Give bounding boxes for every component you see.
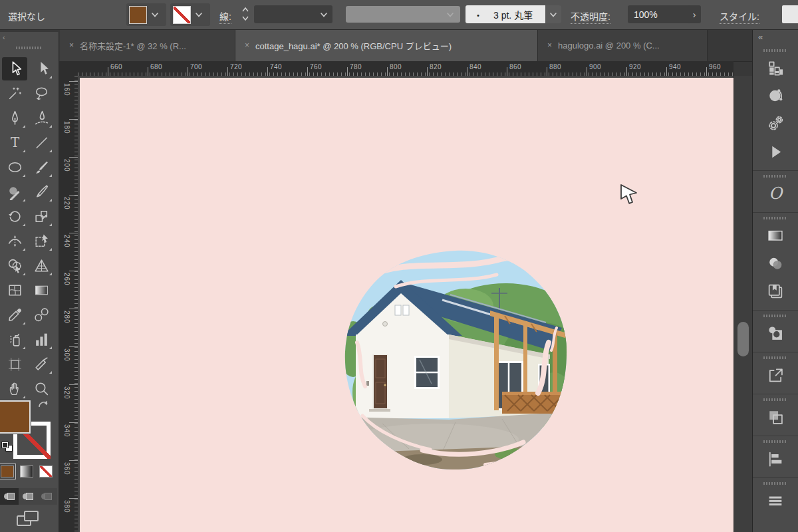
vertical-scrollbar[interactable] (733, 76, 753, 532)
glyph-o-icon[interactable]: O (761, 180, 790, 207)
panel-grip-handle[interactable] (763, 356, 787, 359)
panel-grip-handle[interactable] (763, 398, 787, 401)
selection-tool[interactable] (2, 57, 27, 80)
lasso-tool[interactable] (29, 82, 54, 105)
cottage-photo[interactable] (342, 249, 569, 472)
ruler-label: 860 (509, 63, 521, 70)
ruler-corner (59, 61, 78, 76)
ruler-label: 780 (350, 63, 362, 70)
paint-gradient-button[interactable] (20, 466, 33, 477)
document-tab[interactable]: ×cottage_hagu.ai* @ 200 % (RGB/CPU プレビュー… (235, 29, 538, 61)
curvature-tool[interactable] (29, 106, 54, 130)
eyedropper-tool[interactable] (2, 303, 27, 327)
gears-icon[interactable] (761, 110, 790, 137)
export-icon[interactable] (761, 362, 790, 388)
direct-selection-tool[interactable] (29, 57, 54, 80)
paint-color-button[interactable] (1, 466, 14, 477)
scale-icon (33, 208, 50, 225)
panel-grip-handle[interactable] (763, 482, 787, 485)
graph-tool[interactable] (29, 328, 54, 351)
document-tab[interactable]: ×名称未設定-1* @ 32 % (R... (60, 29, 235, 61)
rotate-tool[interactable] (2, 205, 27, 228)
stroke-weight-dropdown[interactable] (254, 5, 332, 23)
mesh-icon (7, 282, 23, 299)
hand-tool[interactable] (2, 377, 27, 400)
close-tab-icon[interactable]: × (69, 41, 74, 50)
swap-fill-stroke-icon[interactable] (37, 399, 51, 414)
collapse-panel-icon[interactable]: ‹ (3, 33, 5, 41)
close-tab-icon[interactable]: × (245, 41, 249, 50)
panel-grip-handle[interactable] (763, 175, 787, 178)
perspective-grid-icon (33, 257, 50, 274)
shaper-tool[interactable] (2, 180, 27, 203)
panel-grip-handle[interactable] (763, 440, 787, 443)
gradient-panel-icon[interactable] (761, 222, 790, 249)
perspective-grid-tool[interactable] (29, 254, 54, 277)
pathfinder-icon[interactable] (761, 404, 790, 430)
magic-wand-tool[interactable] (2, 82, 27, 105)
slice-tool[interactable] (29, 352, 54, 376)
sphere-nodes-icon[interactable] (761, 82, 790, 109)
fill-color-swatch[interactable] (129, 6, 147, 24)
stroke-weight-stepper[interactable] (241, 4, 250, 27)
panel-grip-handle[interactable] (16, 47, 43, 49)
free-transform-tool[interactable] (29, 229, 54, 253)
screen-mode-icon[interactable] (15, 508, 41, 532)
chevron-down-icon[interactable] (150, 10, 160, 22)
panel-grip-handle[interactable] (763, 315, 787, 317)
draw-normal-mode[interactable] (0, 488, 19, 505)
zoom-tool[interactable] (29, 377, 54, 400)
align-icon[interactable] (761, 446, 790, 472)
brush-definition-dropdown[interactable]: ・ 3 pt. 丸筆 (466, 5, 545, 23)
scrollbar-thumb[interactable] (737, 322, 749, 356)
brush-dropdown-button[interactable] (545, 5, 561, 23)
chevron-down-icon[interactable] (549, 10, 558, 22)
document-tab[interactable]: ×hagulogo.ai @ 200 % (C... (538, 29, 708, 61)
transparency-panel-icon[interactable] (761, 250, 790, 277)
blocks-grid-icon[interactable] (761, 55, 790, 81)
stroke-color-swatch[interactable] (173, 6, 191, 24)
collapse-panels-icon[interactable]: « (758, 32, 762, 42)
menu-lines-icon[interactable] (761, 487, 790, 514)
chevron-down-icon[interactable] (194, 10, 203, 22)
line-segment-tool[interactable] (29, 131, 54, 154)
tools-grid: T (2, 57, 55, 402)
paint-none-button[interactable] (39, 466, 53, 477)
lasso-icon (33, 85, 50, 102)
shape-builder-tool[interactable] (2, 254, 27, 277)
ruler-label: 280 (63, 311, 70, 324)
swatch-library-icon[interactable] (761, 278, 790, 305)
panel-grip-handle[interactable] (763, 49, 787, 52)
stroke-color-group[interactable] (170, 3, 210, 26)
type-tool[interactable]: T (2, 131, 27, 154)
pen-tool[interactable] (2, 106, 27, 130)
ellipse-tool[interactable] (2, 156, 27, 179)
chevron-down-icon[interactable] (319, 10, 329, 22)
eyedropper-icon (7, 307, 23, 323)
artboard-tool[interactable] (2, 352, 27, 376)
panel-grip-handle[interactable] (763, 217, 787, 219)
default-fill-stroke-icon[interactable] (1, 442, 13, 452)
opacity-more-button[interactable]: › (688, 5, 701, 23)
artboard[interactable] (80, 78, 733, 532)
mesh-tool[interactable] (2, 279, 27, 302)
shape-combine-icon[interactable] (761, 320, 790, 346)
width-tool[interactable] (2, 229, 27, 253)
gradient-tool[interactable] (29, 279, 54, 302)
canvas-pasteboard[interactable] (78, 76, 733, 532)
shape-builder-icon (7, 257, 23, 274)
close-tab-icon[interactable]: × (547, 41, 552, 50)
symbol-sprayer-tool[interactable] (2, 328, 27, 351)
draw-behind-mode[interactable] (19, 488, 37, 505)
play-icon[interactable] (761, 138, 790, 165)
paintbrush-tool[interactable] (29, 156, 54, 179)
fill-color-group[interactable] (126, 3, 166, 26)
opacity-input[interactable]: 100% (628, 5, 691, 23)
style-swatch[interactable] (782, 5, 798, 23)
illustrator-window: 選択なし 線: ・ 3 pt. 丸筆 不透明度: 100% › (0, 0, 798, 532)
scale-tool[interactable] (29, 205, 54, 228)
knife-tool[interactable] (29, 180, 54, 203)
document-tab-bar: ×名称未設定-1* @ 32 % (R...×cottage_hagu.ai* … (0, 29, 798, 62)
blend-tool[interactable] (29, 303, 54, 327)
fill-indicator[interactable] (0, 400, 31, 434)
